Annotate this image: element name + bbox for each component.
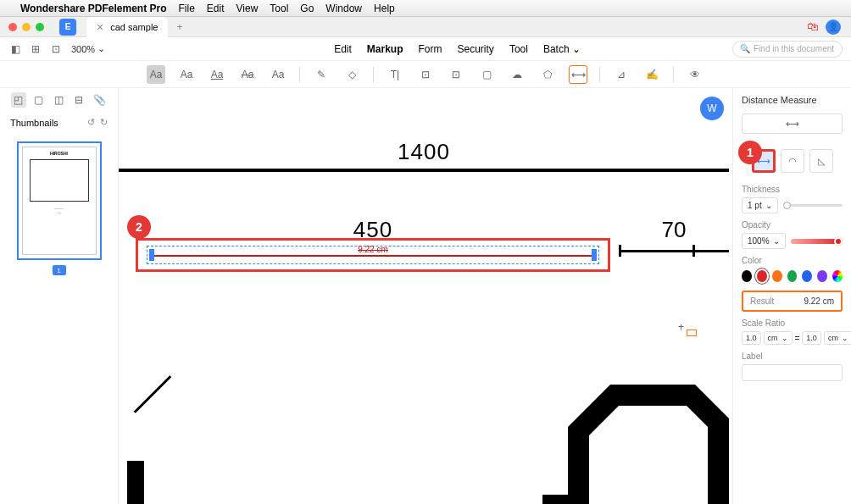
- opacity-select[interactable]: 100%⌄: [742, 233, 786, 249]
- floor-plan-drawing: [119, 291, 732, 504]
- scale-to-value[interactable]: 1.0: [802, 331, 821, 345]
- tag-tool[interactable]: ⬠: [538, 65, 557, 84]
- sidebar-title: Thumbnails: [10, 118, 58, 128]
- color-orange[interactable]: [772, 270, 782, 282]
- maximize-window-button[interactable]: [36, 23, 44, 31]
- measure-mode-row[interactable]: ⟷: [742, 114, 843, 134]
- scale-from-unit[interactable]: cm ⌄: [764, 331, 793, 345]
- show-hide-tool[interactable]: 👁: [686, 65, 704, 84]
- menu-go[interactable]: Go: [300, 3, 314, 14]
- tab-title: cad sample: [110, 22, 158, 32]
- measure-inline-result: 9.22 cm: [358, 245, 388, 254]
- highlight-tool[interactable]: Aa: [147, 65, 165, 84]
- user-avatar-icon[interactable]: 👤: [826, 19, 841, 35]
- search-placeholder: Find in this document: [754, 44, 834, 53]
- measure-handle-right[interactable]: [592, 249, 597, 261]
- perimeter-type-button[interactable]: ◠: [781, 149, 804, 173]
- mac-menu-bar: Wondershare PDFelement Pro File Edit Vie…: [0, 0, 851, 17]
- page-thumbnail-1[interactable]: HIROSHI ──────: [17, 141, 102, 260]
- menu-edit[interactable]: Edit: [207, 3, 225, 14]
- color-green[interactable]: [787, 270, 798, 282]
- thickness-slider[interactable]: [783, 204, 843, 207]
- measure-line[interactable]: [153, 255, 593, 257]
- color-swatches: [742, 270, 843, 282]
- callout-tool-1[interactable]: ⊡: [416, 65, 435, 84]
- menu-batch-tab[interactable]: Batch ⌄: [543, 43, 581, 55]
- document-canvas[interactable]: W 1400 2 450 9.22 cm 70 +: [119, 88, 732, 504]
- eraser-tool[interactable]: ◇: [342, 65, 361, 84]
- scale-to-unit[interactable]: cm ⌄: [824, 331, 851, 345]
- measure-handle-left[interactable]: [149, 249, 154, 261]
- color-red[interactable]: [757, 270, 767, 282]
- area-type-button[interactable]: ◺: [809, 149, 833, 173]
- shopping-bag-icon[interactable]: 🛍: [807, 19, 819, 35]
- dimension-450-group: 450 9.22 cm: [136, 217, 610, 272]
- pen-tool[interactable]: ✎: [312, 65, 331, 84]
- note-tool[interactable]: ▢: [477, 65, 496, 84]
- sidebar-toggle-icon[interactable]: ◧: [8, 42, 22, 56]
- annotation-marker-1: 1: [738, 141, 762, 164]
- strikethrough-tool[interactable]: Aa: [238, 65, 257, 84]
- color-black[interactable]: [742, 270, 752, 282]
- cloud-tool[interactable]: ☁: [508, 65, 526, 84]
- label-input[interactable]: [742, 364, 843, 381]
- signature-tool[interactable]: ✍: [642, 65, 661, 84]
- color-purple[interactable]: [817, 270, 827, 282]
- chevron-down-icon: ⌄: [97, 43, 105, 54]
- menu-edit-tab[interactable]: Edit: [334, 43, 352, 55]
- properties-panel: Distance Measure ⟷ 1 ⟷ ◠ ◺ Thickness 1 p…: [732, 88, 851, 504]
- bookmarks-tab-icon[interactable]: ▢: [31, 92, 47, 108]
- color-picker-icon[interactable]: [832, 270, 843, 282]
- annotation-marker-2: 2: [127, 215, 151, 239]
- wall-outline: [119, 291, 732, 504]
- color-label: Color: [742, 256, 843, 265]
- annotations-tab-icon[interactable]: ⊟: [71, 92, 86, 108]
- menu-file[interactable]: File: [179, 3, 195, 14]
- color-blue[interactable]: [802, 270, 812, 282]
- minimize-window-button[interactable]: [22, 23, 31, 31]
- thumb-doc-title: HIROSHI: [23, 151, 96, 156]
- tab-close-icon[interactable]: ×: [97, 20, 103, 34]
- rotate-right-icon[interactable]: ↻: [100, 117, 108, 128]
- text-tool-2[interactable]: Aa: [269, 65, 287, 84]
- menu-help[interactable]: Help: [374, 3, 395, 14]
- menu-markup-tab[interactable]: Markup: [367, 43, 403, 55]
- thickness-label: Thickness: [742, 185, 843, 194]
- thickness-select[interactable]: 1 pt⌄: [742, 197, 778, 213]
- dimension-70: 70: [619, 217, 729, 252]
- dim-70-label: 70: [619, 217, 729, 243]
- scale-ratio-label: Scale Ratio: [742, 318, 843, 328]
- scale-from-value[interactable]: 1.0: [742, 331, 761, 345]
- app-name[interactable]: Wondershare PDFelement Pro: [20, 3, 167, 14]
- menu-security-tab[interactable]: Security: [458, 43, 494, 55]
- measure-selection-box[interactable]: 9.22 cm: [136, 238, 610, 272]
- opacity-slider[interactable]: [791, 239, 843, 244]
- close-window-button[interactable]: [8, 23, 17, 31]
- callout-tool-2[interactable]: ⊡: [447, 65, 465, 84]
- thumbnail-view-icon[interactable]: ⊡: [49, 42, 63, 56]
- stamp-tool[interactable]: ⊿: [612, 65, 631, 84]
- search-icon: 🔍: [740, 44, 750, 53]
- rotate-left-icon[interactable]: ↺: [87, 117, 95, 128]
- menu-view[interactable]: View: [236, 3, 259, 14]
- menu-tool[interactable]: Tool: [270, 3, 288, 14]
- zoom-selector[interactable]: 300% ⌄: [71, 43, 105, 54]
- text-tool-1[interactable]: Aa: [177, 65, 196, 84]
- document-tab[interactable]: × cad sample: [86, 17, 168, 37]
- text-box-tool[interactable]: T|: [386, 65, 404, 84]
- outline-tab-icon[interactable]: ◫: [51, 92, 66, 108]
- search-input[interactable]: 🔍 Find in this document: [732, 41, 843, 58]
- thumbnails-tab-icon[interactable]: ◰: [11, 92, 26, 108]
- word-export-button[interactable]: W: [700, 97, 724, 120]
- menu-tool-tab[interactable]: Tool: [509, 43, 528, 55]
- attachments-tab-icon[interactable]: 📎: [92, 92, 107, 108]
- menu-window[interactable]: Window: [325, 3, 362, 14]
- measure-tool[interactable]: ⟷: [569, 65, 587, 84]
- underline-tool[interactable]: Aa: [208, 65, 226, 84]
- menu-form-tab[interactable]: Form: [419, 43, 442, 55]
- grid-view-icon[interactable]: ⊞: [29, 42, 42, 56]
- left-sidebar: ◰ ▢ ◫ ⊟ 📎 Thumbnails ↺ ↻ HIROSHI ────── …: [0, 88, 119, 504]
- thumb-text: ──────: [23, 207, 96, 215]
- dim-1400-line: [119, 169, 729, 172]
- new-tab-button[interactable]: +: [168, 21, 191, 33]
